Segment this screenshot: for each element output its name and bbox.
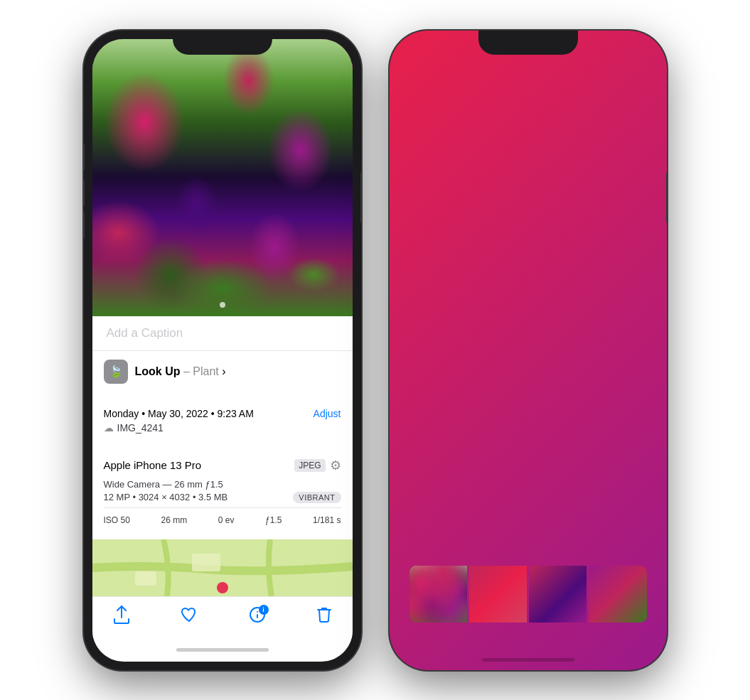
- phone1-screen: Add a Caption 🍃 Look Up – Plant › Monday…: [92, 39, 353, 662]
- svg-rect-2: [135, 571, 156, 586]
- exif-ev: 0 ev: [218, 515, 235, 525]
- notch-2: [478, 31, 578, 55]
- info-button[interactable]: i: [249, 606, 266, 628]
- svg-point-3: [217, 582, 228, 593]
- camera-specs: Wide Camera — 26 mm ƒ1.5: [104, 479, 341, 490]
- meta-section: Monday • May 30, 2022 • 9:23 AM Adjust ☁…: [92, 398, 353, 443]
- share-button[interactable]: [114, 605, 129, 628]
- svg-rect-1: [192, 554, 220, 571]
- device-row: Apple iPhone 13 Pro JPEG ⚙: [104, 458, 341, 473]
- exif-shutter: 1/181 s: [313, 515, 341, 525]
- format-badge: JPEG: [294, 459, 325, 472]
- home-indicator: [176, 648, 269, 652]
- meta-filename: ☁ IMG_4241: [104, 422, 341, 434]
- delete-button[interactable]: [317, 606, 331, 628]
- web-image-1[interactable]: [409, 566, 467, 623]
- meta-date-row: Monday • May 30, 2022 • 9:23 AM Adjust: [104, 408, 341, 419]
- lookup-label: Look Up – Plant ›: [135, 365, 226, 378]
- phone-1: Add a Caption 🍃 Look Up – Plant › Monday…: [84, 31, 361, 670]
- phone-2: 🍃 Results ✕ Siri Knowledge Show More: [390, 31, 667, 670]
- photo-dot: [220, 302, 225, 308]
- cloud-icon: ☁: [104, 422, 114, 434]
- map-roads-svg: [92, 539, 353, 596]
- photo-area-1[interactable]: [92, 39, 353, 316]
- results-content: Siri Knowledge Show More Fuchsia Fuchsia…: [398, 334, 658, 623]
- file-mp: 12 MP • 3024 × 4032 • 3.5 MB: [104, 492, 228, 502]
- lookup-row[interactable]: 🍃 Look Up – Plant ›: [92, 351, 353, 392]
- device-badges: JPEG ⚙: [294, 458, 341, 473]
- web-image-4[interactable]: [589, 566, 646, 623]
- home-indicator-2: [482, 658, 574, 662]
- meta-date: Monday • May 30, 2022 • 9:23 AM: [104, 408, 254, 419]
- knowledge-card: Fuchsia Fuchsia is a genus of flowering …: [408, 366, 648, 531]
- device-name: Apple iPhone 13 Pro: [104, 459, 202, 471]
- knowledge-item-hardy[interactable]: Hardy fuchsia Fuchsia magellanica, commo…: [408, 448, 648, 531]
- notch-1: [173, 31, 272, 55]
- caption-placeholder[interactable]: Add a Caption: [107, 326, 183, 340]
- exif-focal: 26 mm: [161, 515, 187, 525]
- gear-icon: ⚙: [330, 458, 341, 473]
- web-image-2[interactable]: [469, 566, 527, 623]
- exif-aperture: ƒ1.5: [265, 515, 282, 525]
- web-image-3[interactable]: [529, 566, 586, 623]
- exif-row: ISO 50 26 mm 0 ev ƒ1.5 1/181 s: [104, 507, 341, 525]
- exif-iso: ISO 50: [104, 515, 130, 525]
- favorite-button[interactable]: [181, 607, 198, 627]
- bottom-toolbar: i: [92, 596, 353, 642]
- info-badge: i: [259, 605, 269, 615]
- vibrant-badge: VIBRANT: [293, 492, 341, 503]
- file-specs: 12 MP • 3024 × 4032 • 3.5 MB VIBRANT: [104, 492, 341, 503]
- lookup-icon: 🍃: [104, 360, 128, 384]
- results-panel: Results ✕ Siri Knowledge Show More: [398, 295, 658, 652]
- flower-background: [92, 39, 353, 316]
- map-preview[interactable]: [92, 539, 353, 596]
- device-section: Apple iPhone 13 Pro JPEG ⚙ Wide Camera —…: [92, 449, 353, 534]
- knowledge-thumb-hardy: [418, 471, 455, 508]
- adjust-button[interactable]: Adjust: [314, 408, 341, 419]
- phone2-screen: 🍃 Results ✕ Siri Knowledge Show More: [398, 39, 658, 662]
- caption-area[interactable]: Add a Caption: [92, 316, 353, 351]
